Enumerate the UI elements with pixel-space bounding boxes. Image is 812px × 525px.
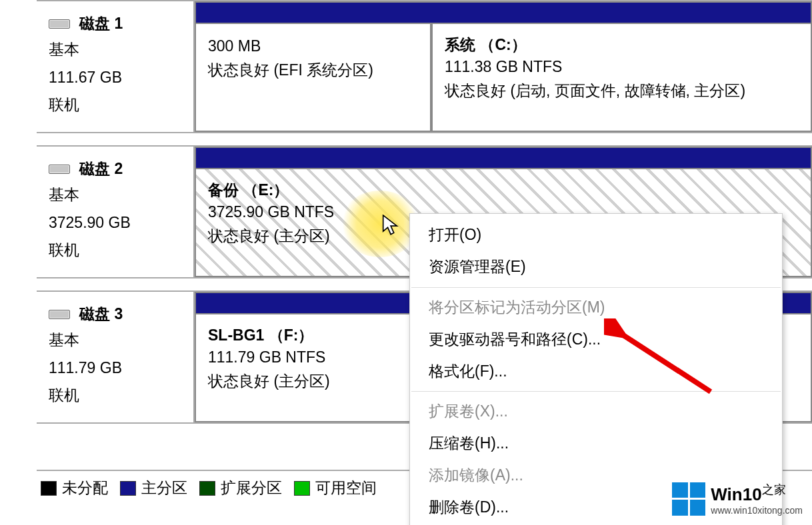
watermark-title: Win10之家 [711, 482, 803, 505]
disk-info: 磁盘 2 基本 3725.90 GB 联机 [37, 147, 193, 277]
legend-label: 未分配 [62, 478, 108, 498]
disk-icon [49, 165, 70, 174]
disk-info: 磁盘 3 基本 111.79 GB 联机 [37, 292, 193, 422]
context-menu: 打开(O) 资源管理器(E) 将分区标记为活动分区(M) 更改驱动器号和路径(C… [409, 213, 783, 525]
disk-status: 联机 [49, 239, 187, 262]
legend-label: 可用空间 [315, 478, 377, 498]
legend-unallocated: 未分配 [41, 478, 108, 498]
partition-label: 系统 （C:） [445, 35, 799, 55]
partition-status: 状态良好 (EFI 系统分区) [208, 59, 418, 83]
disk-size: 111.79 GB [49, 356, 187, 380]
menu-change-drive-letter[interactable]: 更改驱动器号和路径(C)... [410, 324, 782, 356]
watermark: Win10之家 www.win10xitong.com [672, 482, 803, 516]
legend-free: 可用空间 [294, 478, 377, 498]
legend-label: 主分区 [141, 478, 187, 498]
menu-format[interactable]: 格式化(F)... [410, 356, 782, 388]
disk-icon [49, 310, 70, 319]
disk-status: 联机 [49, 384, 187, 408]
partition-status: 状态良好 (启动, 页面文件, 故障转储, 主分区) [445, 79, 799, 103]
disk-status: 联机 [49, 93, 187, 117]
partition-c[interactable]: 系统 （C:） 111.38 GB NTFS 状态良好 (启动, 页面文件, 故… [431, 23, 812, 132]
menu-open[interactable]: 打开(O) [410, 219, 782, 251]
disk-size: 111.67 GB [49, 66, 187, 90]
partition-efi[interactable]: 300 MB 状态良好 (EFI 系统分区) [195, 23, 431, 132]
partition-label: 备份 （E:） [208, 180, 799, 201]
disk-title: 磁盘 3 [79, 304, 123, 324]
menu-extend-volume: 扩展卷(X)... [410, 396, 782, 428]
disk-title: 磁盘 1 [79, 13, 123, 34]
disk-type: 基本 [49, 183, 187, 207]
disk-size: 3725.90 GB [49, 211, 187, 235]
partition-header-bar [195, 1, 812, 23]
disk-icon [49, 19, 70, 29]
disk-title: 磁盘 2 [79, 159, 123, 179]
disk-row-1[interactable]: 磁盘 1 基本 111.67 GB 联机 300 MB 状态良好 (EFI 系统… [37, 0, 812, 133]
partition-header-bar [195, 147, 812, 168]
menu-mark-active: 将分区标记为活动分区(M) [410, 292, 782, 324]
menu-shrink-volume[interactable]: 压缩卷(H)... [410, 428, 782, 460]
partition-size: 300 MB [208, 35, 418, 59]
disk-type: 基本 [49, 38, 187, 62]
disk-type: 基本 [49, 328, 187, 352]
legend-label: 扩展分区 [221, 478, 282, 498]
menu-explorer[interactable]: 资源管理器(E) [410, 251, 782, 283]
windows-logo-icon [672, 482, 705, 516]
legend-extended: 扩展分区 [199, 478, 282, 498]
legend-primary: 主分区 [120, 478, 187, 498]
disk-info: 磁盘 1 基本 111.67 GB 联机 [37, 1, 193, 132]
watermark-url: www.win10xitong.com [711, 505, 803, 516]
partition-size: 111.38 GB NTFS [445, 55, 799, 79]
